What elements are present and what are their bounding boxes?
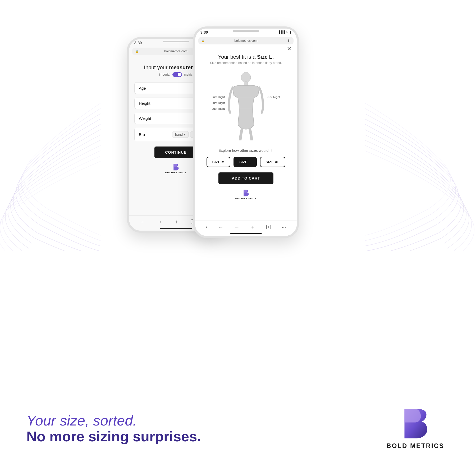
share-icon-front[interactable]: ⬆ bbox=[287, 39, 290, 43]
bm-text-small-back: BOLDMETRICS bbox=[165, 171, 187, 174]
phone-front: 3:30 ▐▐▐ ∿ ▮ 🔒 boldmetrics.com ⬆ ✕ Your … bbox=[193, 26, 299, 238]
nav-back-front[interactable]: ‹ bbox=[206, 224, 207, 230]
close-button-front[interactable]: ✕ bbox=[200, 45, 291, 52]
add-to-cart-button[interactable]: ADD TO CART bbox=[218, 172, 273, 184]
status-icons-front: ▐▐▐ ∿ ▮ bbox=[278, 30, 291, 34]
signal-icon-front: ▐▐▐ bbox=[278, 30, 285, 34]
wifi-icon-front: ∿ bbox=[286, 30, 289, 34]
nav-back-back[interactable]: ← bbox=[140, 219, 145, 225]
status-pill-front bbox=[233, 30, 259, 32]
phones-container: 3:30 ▐▐▐ ∿ ▮ 🔒 boldmetrics.com ⬆ ✕ Input… bbox=[119, 21, 357, 259]
nav-dots-front[interactable]: ··· bbox=[282, 224, 286, 230]
unit-metric: metric bbox=[184, 73, 193, 76]
rec-title: Your best fit is a Size L. bbox=[218, 54, 274, 60]
bra-band-label: band bbox=[175, 132, 183, 136]
lock-icon-front: 🔒 bbox=[202, 39, 205, 42]
fit-label-chest-left: Just Right bbox=[201, 95, 225, 99]
age-label: Age bbox=[139, 86, 146, 90]
bra-band-select[interactable]: band ▾ bbox=[172, 131, 189, 138]
wave-decoration-left bbox=[0, 93, 100, 251]
bm-icon-small-front bbox=[242, 189, 250, 197]
tagline-line2: No more sizing surprises. bbox=[26, 429, 201, 444]
bra-band-chevron: ▾ bbox=[184, 132, 186, 136]
tagline-line1: Your size, sorted. bbox=[26, 413, 201, 428]
size-l-button[interactable]: SIZE L bbox=[234, 157, 257, 167]
fit-label-waist-left: Just Right bbox=[201, 101, 225, 104]
continue-button[interactable]: CONTINUE bbox=[154, 147, 197, 158]
status-time-back: 3:30 bbox=[134, 41, 142, 45]
bm-text-small-front: BOLDMETRICS bbox=[235, 197, 257, 200]
body-figure-svg bbox=[225, 72, 267, 140]
explore-text: Explore how other sizes would fit: bbox=[200, 148, 291, 153]
browser-bar-front: 🔒 boldmetrics.com ⬆ bbox=[198, 37, 294, 44]
bm-logo-large: BOLD METRICS bbox=[386, 408, 444, 450]
weight-label: Weight bbox=[139, 116, 151, 121]
nav-plus-front[interactable]: ＋ bbox=[250, 223, 255, 231]
bra-label: Bra bbox=[139, 132, 145, 137]
nav-forward-back[interactable]: → bbox=[157, 219, 162, 225]
nav-tabs-front[interactable]: 1 bbox=[266, 225, 271, 229]
bm-logo-text-large: BOLD METRICS bbox=[386, 442, 444, 450]
status-time-front: 3:30 bbox=[200, 30, 208, 34]
unit-imperial: imperial bbox=[159, 73, 170, 76]
lock-icon-back: 🔒 bbox=[135, 50, 139, 53]
svg-point-0 bbox=[241, 72, 251, 83]
nav-forward-front[interactable]: → bbox=[234, 224, 240, 230]
home-bar-front bbox=[230, 233, 262, 234]
nav-back2-front[interactable]: ← bbox=[218, 224, 223, 230]
fit-label-chest-right: Just Right bbox=[267, 95, 291, 99]
rec-subtitle: Size recommended based on intended fit b… bbox=[200, 61, 291, 65]
tagline-section: Your size, sorted. No more sizing surpri… bbox=[26, 413, 201, 444]
battery-icon-front: ▮ bbox=[290, 30, 291, 34]
size-buttons: SIZE M SIZE L SIZE XL bbox=[200, 157, 291, 167]
front-phone-content: ✕ Your best fit is a Size L. Size recomm… bbox=[195, 45, 297, 236]
status-pill bbox=[163, 41, 189, 42]
browser-nav-front: ‹ ← → ＋ 1 ··· bbox=[195, 221, 297, 236]
browser-url-front: boldmetrics.com bbox=[206, 39, 286, 43]
nav-plus-back[interactable]: ＋ bbox=[174, 218, 179, 225]
home-bar-back bbox=[160, 228, 192, 229]
body-figure: Just Right Just Right Just Right Just Ri… bbox=[201, 69, 291, 143]
height-label: Height bbox=[139, 101, 150, 106]
size-m-button[interactable]: SIZE M bbox=[207, 157, 230, 167]
toggle-switch[interactable] bbox=[172, 72, 182, 77]
wave-decoration-right bbox=[365, 93, 476, 251]
bm-logo-front-phone: BOLDMETRICS bbox=[200, 189, 291, 200]
bm-logo-icon-large bbox=[400, 408, 431, 440]
fit-label-hip-left: Just Right bbox=[201, 107, 225, 110]
size-xl-button[interactable]: SIZE XL bbox=[260, 157, 286, 167]
bm-icon-small-back bbox=[172, 163, 180, 171]
